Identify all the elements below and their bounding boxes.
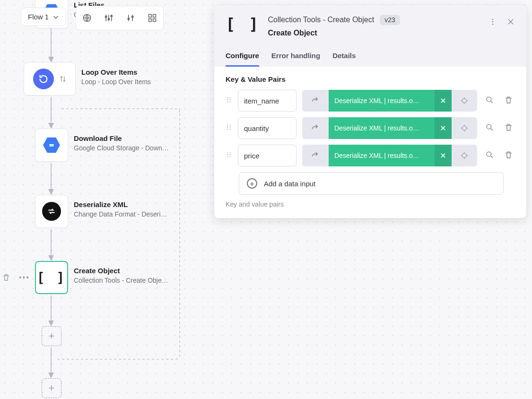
tab-details[interactable]: Details bbox=[332, 48, 356, 67]
link-arrow-icon bbox=[311, 123, 320, 133]
close-icon[interactable] bbox=[506, 17, 515, 26]
svg-rect-16 bbox=[49, 144, 53, 145]
svg-point-32 bbox=[229, 127, 230, 128]
more-icon[interactable]: ••• bbox=[19, 273, 30, 282]
equalizer-icon bbox=[126, 13, 135, 23]
node-title: Deserialize XML bbox=[74, 200, 167, 208]
drag-handle-icon[interactable] bbox=[226, 151, 232, 160]
svg-point-3 bbox=[111, 15, 112, 17]
svg-point-39 bbox=[227, 154, 228, 155]
key-input[interactable] bbox=[238, 90, 297, 112]
svg-point-40 bbox=[229, 154, 230, 155]
svg-point-44 bbox=[487, 152, 491, 156]
search-icon bbox=[485, 95, 494, 104]
svg-point-22 bbox=[229, 97, 230, 98]
svg-point-19 bbox=[492, 21, 494, 23]
globe-button[interactable] bbox=[76, 6, 98, 30]
search-icon bbox=[485, 150, 494, 159]
grid-button[interactable] bbox=[141, 6, 163, 30]
source-picker-button[interactable] bbox=[302, 117, 329, 139]
svg-point-26 bbox=[229, 101, 230, 102]
inspect-button[interactable] bbox=[483, 150, 496, 161]
trash-icon bbox=[504, 123, 513, 132]
chip-clear-button[interactable] bbox=[435, 90, 452, 112]
globe-icon bbox=[82, 13, 92, 23]
svg-point-30 bbox=[229, 124, 230, 125]
tab-configure[interactable]: Configure bbox=[226, 48, 259, 67]
node-subtitle: Loop - Loop Over Items bbox=[81, 78, 151, 86]
svg-point-38 bbox=[229, 152, 230, 153]
chip-clear-button[interactable] bbox=[435, 145, 452, 166]
add-label: Add a data input bbox=[264, 180, 315, 188]
svg-point-18 bbox=[492, 18, 494, 20]
svg-point-33 bbox=[227, 129, 228, 130]
locate-button[interactable] bbox=[452, 90, 477, 112]
module-path: Collection Tools - Create Object bbox=[268, 16, 374, 24]
kv-row: Deserialize XML | results.o… bbox=[226, 117, 515, 139]
swap-horiz-icon bbox=[47, 207, 56, 216]
value-chip[interactable]: Deserialize XML | results.o… bbox=[329, 90, 435, 112]
svg-rect-6 bbox=[149, 15, 152, 17]
value-chip[interactable]: Deserialize XML | results.o… bbox=[329, 117, 435, 139]
node-subtitle: Google Cloud Storage - Down… bbox=[74, 144, 169, 152]
sliders-button[interactable] bbox=[98, 6, 120, 30]
canvas-toolbar bbox=[76, 6, 164, 30]
swap-icon bbox=[60, 76, 66, 82]
node-subtitle: Change Data Format - Deseri… bbox=[74, 210, 167, 218]
svg-rect-8 bbox=[149, 19, 152, 22]
trash-icon[interactable] bbox=[2, 273, 10, 282]
svg-point-35 bbox=[462, 126, 467, 130]
svg-point-34 bbox=[229, 129, 230, 130]
svg-rect-7 bbox=[153, 15, 156, 17]
inspect-button[interactable] bbox=[483, 95, 496, 106]
delete-row-button[interactable] bbox=[502, 150, 515, 161]
sliders-icon bbox=[104, 13, 113, 23]
flow-selector[interactable]: Flow 1 bbox=[21, 8, 66, 26]
svg-point-37 bbox=[227, 152, 228, 153]
add-step-button[interactable]: + bbox=[42, 378, 61, 398]
chip-clear-button[interactable] bbox=[435, 117, 452, 139]
delete-row-button[interactable] bbox=[502, 123, 515, 134]
svg-point-41 bbox=[227, 156, 228, 157]
key-input[interactable] bbox=[238, 117, 297, 139]
locate-button[interactable] bbox=[452, 145, 477, 166]
add-step-button[interactable]: + bbox=[42, 326, 61, 346]
node-create-object[interactable]: [ ] Create Object Collection Tools - Cre… bbox=[35, 261, 168, 294]
kebab-icon[interactable] bbox=[488, 17, 497, 26]
x-icon bbox=[440, 152, 446, 159]
trash-icon bbox=[504, 95, 513, 104]
svg-point-23 bbox=[227, 99, 228, 100]
drag-handle-icon[interactable] bbox=[226, 96, 232, 105]
svg-point-36 bbox=[487, 124, 491, 129]
source-picker-button[interactable] bbox=[302, 90, 329, 112]
locate-button[interactable] bbox=[452, 117, 477, 139]
value-chip[interactable]: Deserialize XML | results.o… bbox=[329, 145, 435, 166]
svg-point-5 bbox=[132, 16, 133, 17]
kv-row: Deserialize XML | results.o… bbox=[226, 145, 515, 166]
brackets-icon: [ ] bbox=[226, 15, 260, 34]
svg-point-24 bbox=[229, 99, 230, 100]
flow-name: Flow 1 bbox=[28, 13, 49, 21]
node-subtitle: Collection Tools - Create Obje… bbox=[74, 277, 168, 284]
node-download[interactable]: Download File Google Cloud Storage - Dow… bbox=[35, 129, 169, 162]
svg-point-20 bbox=[492, 24, 494, 25]
equalizer-button[interactable] bbox=[120, 6, 141, 30]
node-loop[interactable]: Loop Over Items Loop - Loop Over Items bbox=[24, 62, 151, 95]
trash-icon bbox=[504, 150, 513, 159]
key-input[interactable] bbox=[238, 145, 297, 166]
svg-point-29 bbox=[227, 124, 228, 125]
svg-point-2 bbox=[108, 18, 109, 20]
inspect-button[interactable] bbox=[483, 123, 496, 134]
node-deserialize[interactable]: Deserialize XML Change Data Format - Des… bbox=[35, 195, 167, 228]
svg-point-31 bbox=[227, 127, 228, 128]
crosshair-icon bbox=[460, 96, 469, 105]
add-data-input-button[interactable]: + Add a data input bbox=[239, 172, 504, 195]
link-arrow-icon bbox=[311, 96, 320, 105]
crosshair-icon bbox=[460, 124, 469, 132]
delete-row-button[interactable] bbox=[502, 95, 515, 106]
source-picker-button[interactable] bbox=[302, 145, 329, 166]
loop-icon bbox=[38, 74, 49, 84]
plus-circle-icon: + bbox=[247, 178, 257, 189]
drag-handle-icon[interactable] bbox=[226, 124, 232, 132]
tab-error-handling[interactable]: Error handling bbox=[271, 48, 320, 67]
